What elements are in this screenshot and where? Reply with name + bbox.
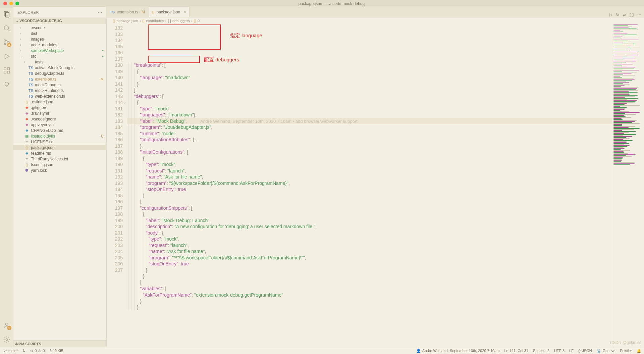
statusbar: ⎇ main* ↻ ⊘ 0 ⚠ 0 6.49 KiB 👤 Andre Weina… — [0, 347, 644, 354]
code-editor[interactable]: 1321331341351361371381391401411421431441… — [107, 24, 644, 347]
file-item[interactable]: TSactivateMockDebug.ts — [13, 65, 106, 70]
file-item[interactable]: {}package.json — [13, 145, 106, 150]
sidebar: EXPLORER ⋯ ⌄VSCODE-MOCK-DEBUG ›.vscode›d… — [13, 7, 107, 347]
close-window[interactable] — [3, 2, 7, 5]
debug-icon[interactable] — [3, 52, 11, 60]
svg-point-2 — [4, 26, 8, 30]
minimap[interactable] — [612, 24, 644, 347]
gear-icon[interactable] — [3, 336, 11, 344]
lightbulb-icon[interactable] — [3, 81, 11, 89]
file-item[interactable]: TSmockDebug.ts — [13, 82, 106, 88]
svg-line-3 — [8, 30, 9, 31]
window-controls — [0, 2, 19, 5]
svg-marker-7 — [5, 54, 9, 59]
scm-badge: 3 — [7, 43, 11, 47]
explorer-label: EXPLORER — [17, 10, 39, 14]
svg-point-14 — [5, 323, 8, 325]
folder-item[interactable]: ›sampleWorkspace● — [13, 48, 106, 53]
folder-item[interactable]: ›dist — [13, 31, 106, 36]
explorer-icon[interactable] — [3, 10, 11, 18]
folder-item[interactable]: ›tests — [13, 59, 106, 65]
file-tree: ›.vscode›dist›images›node_modules›sample… — [13, 24, 106, 340]
status-sync[interactable]: ↻ — [22, 349, 25, 353]
minimize-window[interactable] — [9, 2, 13, 5]
accounts-icon[interactable]: 1 — [3, 321, 11, 330]
svg-point-4 — [4, 40, 6, 41]
svg-rect-0 — [4, 11, 8, 16]
project-section[interactable]: ⌄VSCODE-MOCK-DEBUG — [13, 17, 106, 24]
split-icon[interactable]: ▯▯ — [629, 12, 634, 17]
file-item[interactable]: {}tsconfig.json — [13, 162, 106, 167]
svg-rect-1 — [5, 12, 9, 17]
file-item[interactable]: TSdebugAdapter.ts — [13, 70, 106, 76]
scm-icon[interactable]: 3 — [3, 38, 11, 46]
search-icon[interactable] — [3, 24, 11, 32]
file-item[interactable]: ⬢yarn.lock — [13, 167, 106, 173]
status-golive[interactable]: 📡 Go Live — [597, 349, 615, 353]
file-item[interactable]: ◆CHANGELOG.md — [13, 128, 106, 133]
file-item[interactable]: ≡ThirdPartyNotices.txt — [13, 156, 106, 162]
tab-actions: ▷↻⇄▯▯⋯ — [609, 12, 644, 17]
file-item[interactable]: ◆readme.md — [13, 150, 106, 156]
folder-item[interactable]: ›images — [13, 36, 106, 42]
file-item[interactable]: TSweb-extension.ts — [13, 93, 106, 99]
svg-point-15 — [6, 339, 8, 341]
file-item[interactable]: ≡LICENSE.txt — [13, 139, 106, 145]
status-size: 6.49 KiB — [49, 349, 63, 353]
status-blame[interactable]: 👤 Andre Weinand, September 10th, 2020 7:… — [416, 349, 499, 353]
watermark: CSDN @gnkmiss — [610, 340, 641, 345]
breadcrumb[interactable]: {} package.json› {}contributes› [ ]debug… — [107, 17, 644, 24]
folder-item[interactable]: ›node_modules — [13, 42, 106, 48]
more-icon[interactable]: ⋯ — [98, 10, 103, 15]
tabbar: TSextension.tsM{}package.json×▷↻⇄▯▯⋯ — [107, 7, 644, 17]
status-eol[interactable]: LF — [569, 349, 574, 353]
tab-package-json[interactable]: {}package.json× — [149, 7, 190, 17]
line-gutter: 1321331341351361371381391401411421431441… — [107, 24, 127, 347]
status-position[interactable]: Ln 141, Col 31 — [504, 349, 528, 353]
code-content[interactable]: 指定 language 配置 debuggers "breakpoints": … — [127, 24, 612, 347]
svg-rect-11 — [7, 71, 9, 73]
maximize-window[interactable] — [15, 2, 19, 5]
annotation-box-1 — [148, 24, 221, 50]
annotation-1: 指定 language — [230, 33, 262, 39]
folder-item[interactable]: ⌄src● — [13, 53, 106, 59]
status-bell[interactable]: 🔔 — [637, 349, 641, 353]
status-encoding[interactable]: UTF-8 — [554, 349, 565, 353]
svg-rect-9 — [7, 68, 9, 70]
activitybar: 3 1 — [0, 7, 13, 347]
refresh-icon[interactable]: ↻ — [616, 12, 619, 17]
file-item[interactable]: TSmockRuntime.ts — [13, 88, 106, 93]
status-lang[interactable]: {} JSON — [578, 349, 592, 353]
svg-point-5 — [4, 43, 6, 45]
status-branch[interactable]: ⎇ main* — [3, 349, 18, 353]
file-item[interactable]: ◆.vscodeignore — [13, 116, 106, 122]
file-item[interactable]: ◆.travis.yml — [13, 110, 106, 116]
more-icon[interactable]: ⋯ — [637, 12, 641, 17]
folder-item[interactable]: ›.vscode — [13, 25, 106, 31]
file-item[interactable]: ◆.gitignore — [13, 105, 106, 110]
svg-rect-10 — [4, 71, 6, 73]
npm-section[interactable]: ›NPM SCRIPTS — [13, 340, 106, 347]
status-prettier[interactable]: Prettier — [620, 349, 632, 353]
tab-extension-ts[interactable]: TSextension.tsM — [107, 7, 149, 17]
diff-icon[interactable]: ⇄ — [623, 12, 626, 17]
svg-rect-8 — [4, 68, 6, 70]
sidebar-header: EXPLORER ⋯ — [13, 7, 106, 17]
status-spaces[interactable]: Spaces: 2 — [533, 349, 549, 353]
svg-point-12 — [5, 82, 8, 86]
editor-area: TSextension.tsM{}package.json×▷↻⇄▯▯⋯ {} … — [107, 7, 644, 347]
extensions-icon[interactable] — [3, 66, 11, 74]
file-item[interactable]: TSextension.tsM — [13, 76, 106, 82]
titlebar: package.json — vscode-mock-debug — [0, 0, 644, 7]
accounts-badge: 1 — [7, 326, 11, 330]
play-icon[interactable]: ▷ — [609, 12, 612, 17]
file-item[interactable]: ▦libstudio.dylibU — [13, 133, 106, 139]
file-item[interactable]: ◆appveyor.yml — [13, 122, 106, 128]
status-problems[interactable]: ⊘ 0 ⚠ 0 — [30, 349, 45, 353]
json-icon: {} — [113, 19, 115, 23]
window-title: package.json — vscode-mock-debug — [19, 1, 644, 6]
file-item[interactable]: {}.eslintrc.json — [13, 99, 106, 105]
